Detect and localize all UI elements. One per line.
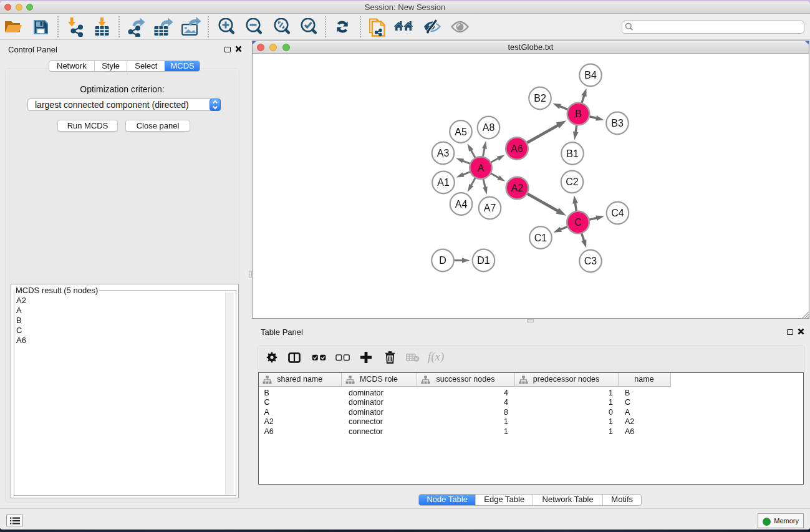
svg-text:A5: A5 xyxy=(455,127,467,137)
svg-text:A8: A8 xyxy=(483,122,495,133)
svg-text:A: A xyxy=(478,163,485,173)
svg-text:C: C xyxy=(574,217,582,228)
svg-text:A4: A4 xyxy=(455,199,468,210)
svg-text:D: D xyxy=(439,255,446,266)
svg-text:D1: D1 xyxy=(477,255,490,266)
svg-text:C1: C1 xyxy=(534,233,547,243)
svg-text:B4: B4 xyxy=(584,70,597,80)
svg-text:A1: A1 xyxy=(437,177,450,188)
svg-text:B3: B3 xyxy=(611,118,624,128)
svg-text:C3: C3 xyxy=(584,256,597,266)
svg-text:A3: A3 xyxy=(437,148,450,158)
svg-text:A6: A6 xyxy=(511,143,523,154)
svg-text:B: B xyxy=(575,109,582,119)
svg-text:C4: C4 xyxy=(611,208,624,218)
svg-text:C2: C2 xyxy=(566,177,579,187)
svg-text:A2: A2 xyxy=(511,183,524,193)
svg-text:A7: A7 xyxy=(484,203,496,213)
svg-text:B2: B2 xyxy=(534,93,546,104)
svg-text:B1: B1 xyxy=(566,148,579,159)
